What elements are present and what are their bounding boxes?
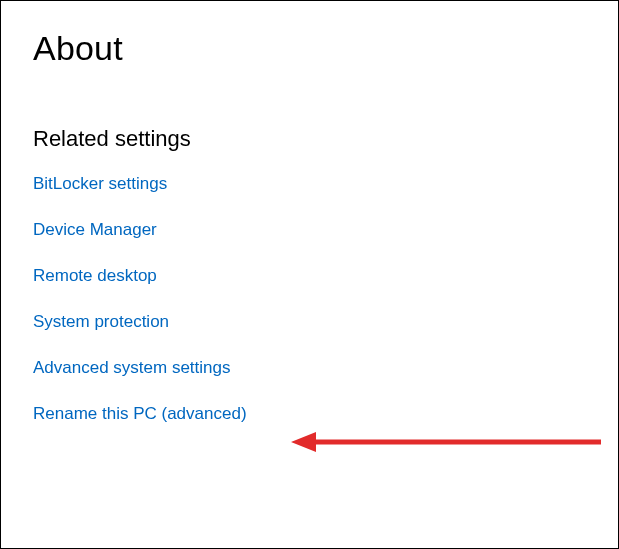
remote-desktop-link[interactable]: Remote desktop [33, 266, 157, 286]
rename-pc-link[interactable]: Rename this PC (advanced) [33, 404, 247, 424]
related-settings-list: BitLocker settings Device Manager Remote… [33, 174, 586, 424]
related-settings-heading: Related settings [33, 126, 586, 152]
page-title: About [33, 29, 586, 68]
system-protection-link[interactable]: System protection [33, 312, 169, 332]
advanced-system-settings-link[interactable]: Advanced system settings [33, 358, 230, 378]
svg-marker-1 [291, 432, 316, 452]
bitlocker-settings-link[interactable]: BitLocker settings [33, 174, 167, 194]
device-manager-link[interactable]: Device Manager [33, 220, 157, 240]
arrow-annotation-icon [291, 427, 601, 457]
